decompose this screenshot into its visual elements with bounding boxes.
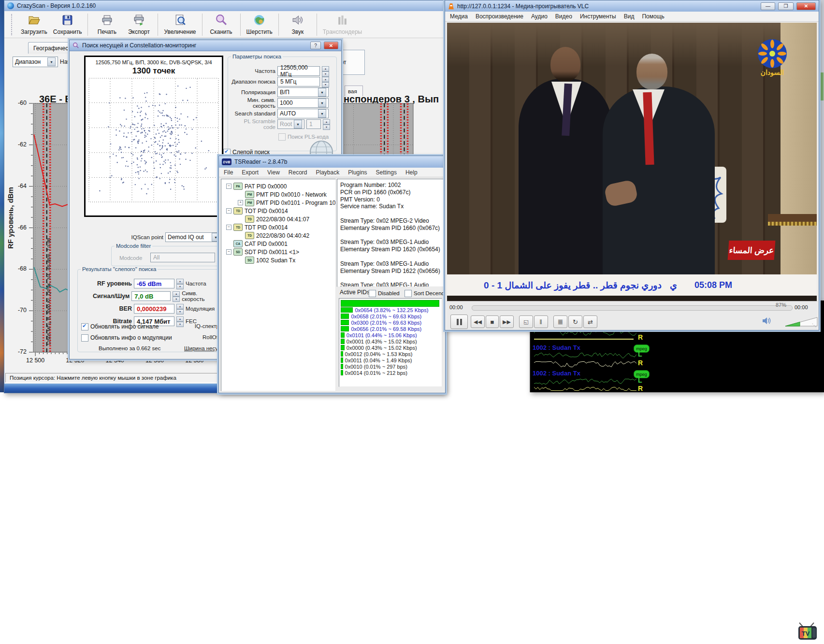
- next-button[interactable]: ▶▶: [500, 315, 514, 328]
- vlc-menu-медиа[interactable]: Медиа: [450, 13, 468, 20]
- toolbar-button-1[interactable]: Сохранить: [50, 12, 85, 38]
- tree-item[interactable]: TD2022/08/30 04:41:07: [223, 215, 335, 223]
- seek-slider[interactable]: [472, 305, 793, 311]
- active-pid-row[interactable]: 0x0010 (0.01% ~ 297 bps): [341, 363, 442, 370]
- active-pid-row[interactable]: 0x0656 (2.01% ~ 69.58 Kbps): [341, 326, 442, 332]
- active-pids-list[interactable]: 0x0654 (3.82% ~ 132.25 Kbps)0x0658 (2.01…: [339, 298, 442, 387]
- rf-level-stepper[interactable]: ▴▾: [176, 279, 184, 288]
- active-pid-row[interactable]: 0x0014 (0.01% ~ 212 bps): [341, 370, 442, 376]
- disabled-checkbox[interactable]: [369, 290, 376, 297]
- loop-icon[interactable]: ↻: [568, 315, 582, 328]
- fullscreen-button[interactable]: ◱: [519, 315, 533, 328]
- shuffle-icon[interactable]: ⇄: [583, 315, 597, 328]
- tree-expander-icon[interactable]: −: [226, 225, 231, 230]
- vlc-menu-помощь[interactable]: Помощь: [642, 13, 664, 20]
- update-modulation-checkbox[interactable]: [81, 334, 88, 342]
- pls-search-checkbox[interactable]: [278, 133, 286, 141]
- tree-item[interactable]: −TDTOT PID 0x0014: [223, 207, 335, 215]
- crazyscan-titlebar[interactable]: CrazyScan - Версия 1.0.2.160: [4, 0, 445, 12]
- active-pid-row[interactable]: 0x0000 (0.43% ~ 15.02 Kbps): [341, 344, 442, 351]
- resize-grip[interactable]: ⋱: [812, 323, 817, 328]
- active-pid-row[interactable]: 0x0012 (0.04% ~ 1.53 Kbps): [341, 351, 442, 357]
- vlc-titlebar[interactable]: http://127.0.0.1:1234 - Медиа-проигрыват…: [445, 0, 819, 12]
- tsreader-menu-file[interactable]: File: [224, 169, 233, 176]
- tree-item[interactable]: −PAPAT PID 0x0000: [223, 182, 335, 190]
- tree-item[interactable]: TD2022/08/30 04:40:42: [223, 231, 335, 240]
- tsreader-menu-plugins[interactable]: Plugins: [348, 169, 367, 176]
- frequency-input[interactable]: 12505,000 МГц: [277, 66, 320, 76]
- vlc-menu-вид[interactable]: Вид: [624, 13, 635, 20]
- pause-button[interactable]: [450, 315, 468, 329]
- toolbar-button-4[interactable]: Увеличение: [161, 12, 199, 38]
- toolbar-drag-handle[interactable]: [11, 14, 14, 35]
- iq-spectrum-label[interactable]: IQ-спектр: [188, 323, 219, 329]
- pid-tree-panel[interactable]: −PAPAT PID 0x0000PMPMT PID 0x0010 - Netw…: [221, 179, 336, 391]
- update-signal-checkbox[interactable]: [81, 323, 88, 330]
- previous-button[interactable]: ◀◀: [471, 315, 485, 328]
- tree-item[interactable]: CACAT PID 0x0001: [223, 240, 335, 248]
- toolbar-button-6[interactable]: Шерстить: [244, 12, 275, 38]
- tree-expander-icon[interactable]: −: [226, 208, 231, 214]
- polarization-select[interactable]: В/П▼: [277, 87, 329, 97]
- toolbar-button-2[interactable]: Печать: [91, 12, 123, 38]
- pl-scramble-value[interactable]: 1: [306, 119, 321, 129]
- rolloff-label[interactable]: RollOff: [188, 334, 219, 340]
- active-pid-row[interactable]: [341, 300, 442, 307]
- tsreader-titlebar[interactable]: DVB TSReader -- 2.8.47b: [219, 156, 445, 168]
- tree-item[interactable]: PMPMT PID 0x0010 - Network: [223, 190, 335, 199]
- playlist-button[interactable]: ≣: [553, 315, 567, 328]
- tsreader-menu-playback[interactable]: Playback: [316, 169, 340, 176]
- tsreader-menu-view[interactable]: View: [267, 169, 280, 176]
- tsreader-menu-export[interactable]: Export: [242, 169, 259, 176]
- search-standard-select[interactable]: AUTO▼: [277, 109, 329, 118]
- extended-settings-button[interactable]: ⫼: [534, 315, 548, 328]
- tree-item[interactable]: −TDTDT PID 0x0014: [223, 223, 335, 231]
- partial-tab[interactable]: вая: [345, 86, 363, 96]
- help-button[interactable]: ?: [310, 42, 321, 49]
- close-icon[interactable]: ✕: [324, 42, 338, 49]
- sort-descending-checkbox[interactable]: [405, 290, 412, 297]
- speaker-icon[interactable]: [762, 316, 771, 325]
- active-pid-row[interactable]: 0x0300 (2.01% ~ 69.63 Kbps): [341, 319, 442, 326]
- pl-scramble-select[interactable]: Root▼: [277, 119, 304, 129]
- ber-stepper[interactable]: ▴▾: [176, 304, 184, 314]
- tsreader-menu-record[interactable]: Record: [289, 169, 307, 176]
- vlc-menu-видео[interactable]: Видео: [555, 13, 572, 20]
- search-range-stepper[interactable]: ▴▾: [322, 77, 329, 86]
- snr-stepper[interactable]: ▴▾: [173, 291, 180, 301]
- tree-expander-icon[interactable]: +: [238, 200, 243, 205]
- active-pid-row[interactable]: 0x0011 (0.04% ~ 1.49 Kbps): [341, 357, 442, 363]
- tree-item[interactable]: +PMPMT PID 0x0101 - Program 1002: [223, 199, 335, 207]
- frequency-stepper[interactable]: ▴▾: [322, 66, 329, 76]
- tree-item[interactable]: SD1002 Sudan Tx: [223, 256, 335, 264]
- blind-search-checkbox[interactable]: [223, 149, 231, 156]
- toolbar-button-5[interactable]: Сканить: [205, 12, 237, 38]
- pl-scramble-stepper[interactable]: ▴▾: [323, 119, 330, 129]
- iqscan-select[interactable]: Demod IQ out▼: [165, 232, 222, 242]
- maximize-icon[interactable]: ❐: [778, 2, 794, 10]
- vlc-menu-инструменты[interactable]: Инструменты: [580, 13, 616, 20]
- video-area[interactable]: السودان عرض المساء دوري نجوم قطر .. قطر …: [447, 23, 817, 301]
- bitrate-stepper[interactable]: ▴▾: [176, 316, 184, 326]
- min-symbol-rate-select[interactable]: 1000▼: [277, 98, 329, 108]
- tree-item[interactable]: −SDSDT PID 0x0011 <1>: [223, 248, 335, 256]
- tsreader-menu-settings[interactable]: Settings: [376, 169, 397, 176]
- active-pid-row[interactable]: 0x0654 (3.82% ~ 132.25 Kbps): [341, 307, 442, 313]
- minimize-icon[interactable]: —: [761, 2, 775, 10]
- close-icon[interactable]: ✕: [796, 2, 816, 10]
- active-pid-row[interactable]: 0x0658 (2.01% ~ 69.63 Kbps): [341, 313, 442, 319]
- active-pid-row[interactable]: 0x0001 (0.43% ~ 15.02 Kbps): [341, 338, 442, 344]
- modcode-input[interactable]: All: [150, 253, 215, 262]
- toolbar-button-3[interactable]: Экспорт: [123, 12, 155, 38]
- tsreader-menu-help[interactable]: Help: [405, 169, 418, 176]
- active-pid-row[interactable]: 0x0101 (0.44% ~ 15.06 Kbps): [341, 332, 442, 338]
- tree-expander-icon[interactable]: −: [226, 249, 231, 255]
- vlc-menu-аудио[interactable]: Аудио: [531, 13, 548, 20]
- search-range-input[interactable]: 5 МГц: [277, 77, 320, 86]
- chevron-down-icon[interactable]: ▼: [47, 57, 56, 66]
- tree-expander-icon[interactable]: −: [226, 184, 231, 189]
- vlc-menu-воспроизведение[interactable]: Воспроизведение: [476, 13, 523, 20]
- range-combobox[interactable]: Диапазон▼: [13, 57, 58, 67]
- toolbar-button-0[interactable]: Загрузить: [18, 12, 50, 38]
- toolbar-button-7[interactable]: Звук: [282, 12, 314, 38]
